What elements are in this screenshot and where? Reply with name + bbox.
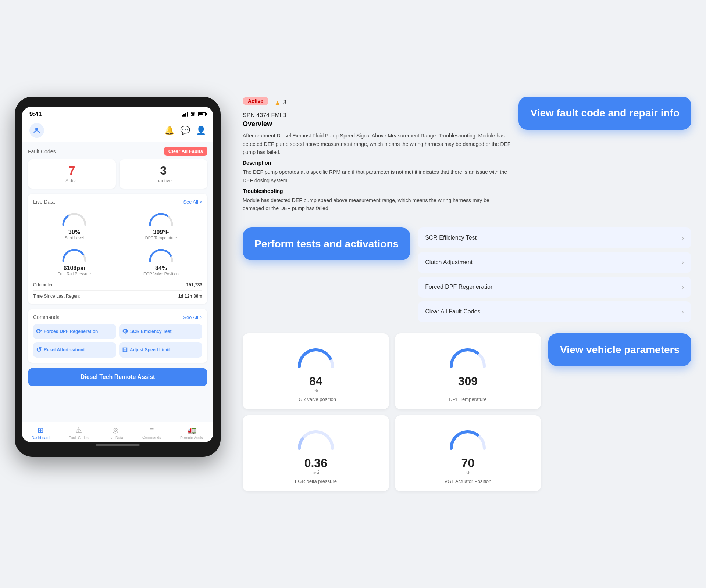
profile-icon[interactable]: 👤	[196, 126, 206, 135]
status-icons: ⌘	[182, 111, 206, 117]
tablet-device: 9:41 ⌘	[15, 97, 221, 457]
dpf-temp-gauge: 309°F DPF Temperature	[120, 208, 202, 240]
live-data-section: Live Data See All > 30%	[28, 194, 207, 304]
fault-description-title: Description	[243, 160, 511, 166]
forced-dpf-list-item[interactable]: Forced DPF Regeneration ›	[418, 277, 691, 298]
active-fault-count: 7	[33, 165, 111, 176]
scr-test-chevron-icon: ›	[682, 234, 684, 242]
fuel-rail-arc	[60, 244, 89, 263]
vehicle-params-bubble[interactable]: View vehicle parameters	[548, 333, 691, 366]
forced-dpf-list-label: Forced DPF Regeneration	[425, 284, 494, 290]
vgt-actuator-big-value: 70	[461, 457, 475, 469]
warning-count: ▲ 3	[274, 99, 286, 107]
egr-valve-svg	[294, 341, 338, 372]
scr-test-list-item[interactable]: SCR Efficiency Test ›	[418, 227, 691, 248]
vgt-actuator-card: 70 % VGT Actuator Position	[395, 415, 541, 491]
egr-valve-value: 84%	[120, 265, 202, 272]
fault-detail-text: Active ▲ 3 SPN 4374 FMI 3 Overview After…	[243, 97, 511, 216]
dashboard-nav-icon: ⊞	[38, 426, 44, 434]
soot-level-label: Soot Level	[33, 236, 115, 240]
soot-level-arc	[60, 208, 89, 227]
remote-assist-nav-icon: 🚛	[188, 426, 197, 434]
commands-list: SCR Efficiency Test › Clutch Adjustment …	[418, 227, 691, 322]
regen-row: Time Since Last Regen: 1d 12h 36m	[33, 290, 202, 299]
active-fault-label: Active	[33, 178, 111, 183]
regen-value: 1d 12h 36m	[178, 294, 202, 299]
warning-icon: ▲	[274, 99, 281, 107]
chat-icon[interactable]: 💬	[180, 126, 190, 135]
odometer-value: 151,733	[186, 282, 202, 287]
nav-fault-codes[interactable]: ⚠ Fault Codes	[69, 426, 89, 440]
dpf-temp-card-label: DPF Temperature	[449, 397, 486, 402]
adjust-speed-btn[interactable]: ⊡ Adjust Speed Limit	[119, 342, 202, 358]
home-bar	[96, 444, 140, 446]
clear-all-faults-button[interactable]: Clear All Faults	[164, 147, 207, 156]
header-icons: 🔔 💬 👤	[164, 126, 206, 135]
fault-codes-header: Fault Codes Clear All Faults	[28, 147, 207, 156]
signal-bar-1	[182, 115, 183, 117]
egr-valve-big-value: 84	[309, 375, 322, 387]
scr-test-list-label: SCR Efficiency Test	[425, 234, 477, 241]
forced-dpf-label: Forced DPF Regeneration	[44, 329, 98, 334]
clear-faults-list-label: Clear All Fault Codes	[425, 308, 480, 315]
reset-aftertreatment-btn[interactable]: ↺ Reset Aftertreatmnt	[33, 342, 116, 358]
reset-icon: ↺	[36, 346, 42, 354]
soot-level-gauge: 30% Soot Level	[33, 208, 115, 240]
commands-header: Commands See All >	[33, 314, 202, 320]
live-data-title: Live Data	[33, 199, 55, 205]
dpf-temp-big-value: 309	[458, 375, 478, 387]
dpf-temp-card: 309 °F DPF Temperature	[395, 333, 541, 409]
notification-icon[interactable]: 🔔	[164, 126, 174, 135]
clutch-adj-list-item[interactable]: Clutch Adjustment ›	[418, 252, 691, 273]
egr-delta-big-value: 0.36	[304, 457, 327, 469]
live-data-header: Live Data See All >	[33, 199, 202, 205]
nav-live-data[interactable]: ◎ Live Data	[108, 426, 123, 440]
signal-bar-2	[183, 114, 185, 117]
nav-remote-assist[interactable]: 🚛 Remote Assist	[180, 426, 204, 440]
scr-test-icon: ⚙	[122, 327, 128, 336]
fault-spn: SPN 4374 FMI 3	[243, 112, 511, 119]
fault-troubleshooting-text: Module has detected DEF pump speed above…	[243, 196, 511, 213]
status-time: 9:41	[29, 111, 42, 118]
clutch-adj-chevron-icon: ›	[682, 259, 684, 266]
commands-section: Commands See All > ⟳ Forced DPF Regenera…	[28, 309, 207, 363]
clutch-adj-label: Clutch Adjustment	[425, 259, 473, 266]
egr-delta-card-label: EGR delta pressure	[295, 478, 337, 484]
tests-section: Perform tests and activations SCR Effici…	[243, 227, 691, 322]
dpf-temp-label: DPF Temperature	[120, 236, 202, 240]
dashboard-nav-label: Dashboard	[32, 436, 50, 440]
forced-dpf-btn[interactable]: ⟳ Forced DPF Regeneration	[33, 324, 116, 339]
odometer-row: Odometer: 151,733	[33, 279, 202, 287]
command-grid: ⟳ Forced DPF Regeneration ⚙ SCR Efficien…	[33, 324, 202, 358]
live-data-nav-icon: ◎	[112, 426, 118, 434]
tests-bubble[interactable]: Perform tests and activations	[243, 227, 410, 261]
live-data-see-all[interactable]: See All >	[183, 199, 202, 205]
nav-commands[interactable]: ≡ Commands	[142, 426, 161, 440]
scr-test-btn[interactable]: ⚙ SCR Efficiency Test	[119, 324, 202, 339]
right-panel: Active ▲ 3 SPN 4374 FMI 3 Overview After…	[243, 97, 691, 491]
commands-see-all[interactable]: See All >	[183, 315, 202, 320]
inactive-fault-label: Inactive	[125, 178, 202, 183]
fuel-rail-value: 6108psi	[33, 265, 115, 272]
forced-dpf-icon: ⟳	[36, 327, 42, 336]
egr-valve-arc	[146, 244, 176, 263]
battery-fill	[199, 113, 203, 115]
inactive-faults-card[interactable]: 3 Inactive	[120, 159, 207, 189]
remote-assist-button[interactable]: Diesel Tech Remote Assist	[28, 368, 207, 386]
vgt-actuator-card-label: VGT Actuator Position	[445, 478, 492, 484]
fuel-rail-gauge: 6108psi Fuel Rail Pressure	[33, 244, 115, 276]
egr-delta-svg	[294, 423, 338, 453]
nav-dashboard[interactable]: ⊞ Dashboard	[32, 426, 50, 440]
forced-dpf-chevron-icon: ›	[682, 283, 684, 291]
fault-cards: 7 Active 3 Inactive	[28, 159, 207, 189]
wifi-icon: ⌘	[190, 111, 196, 117]
fault-codes-nav-label: Fault Codes	[69, 436, 89, 440]
fault-troubleshooting-title: Troubleshooting	[243, 188, 511, 194]
app-header: 🔔 💬 👤	[22, 120, 213, 142]
adjust-speed-label: Adjust Speed Limit	[130, 347, 170, 352]
fault-code-bubble[interactable]: View fault code and repair info	[518, 97, 691, 130]
active-faults-card[interactable]: 7 Active	[28, 159, 116, 189]
remote-assist-nav-label: Remote Assist	[180, 436, 204, 440]
clear-faults-list-item[interactable]: Clear All Fault Codes ›	[418, 301, 691, 322]
dpf-temp-arc	[146, 208, 176, 227]
